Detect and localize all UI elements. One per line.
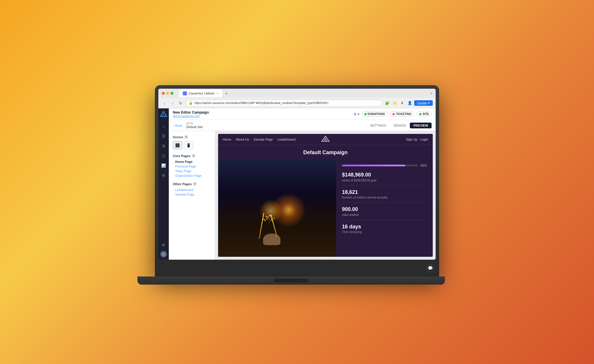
address-bar-row: ‹ › ↻ 🔒 https://admin.causevox.com/a/sit… bbox=[158, 98, 436, 108]
progress-bar-fill bbox=[342, 165, 405, 166]
ticketing-status-badge[interactable]: TICKETING bbox=[390, 111, 414, 117]
sidebar-settings-icon[interactable]: ⚙ bbox=[159, 171, 168, 180]
device-label: Device bbox=[173, 135, 183, 139]
forward-navigation-button[interactable]: › bbox=[169, 100, 176, 106]
site-status-dot bbox=[419, 113, 421, 115]
nav-leaderboard[interactable]: Leaderboard bbox=[173, 188, 211, 192]
settings-chevron-icon: ▾ bbox=[358, 112, 359, 116]
tab-preview[interactable]: PREVIEW bbox=[410, 123, 432, 128]
fullscreen-window-btn[interactable] bbox=[171, 92, 173, 95]
other-pages-title: Other Pages ? bbox=[173, 182, 211, 186]
preview-campaign-title: Default Campaign bbox=[218, 145, 433, 159]
svg-marker-1 bbox=[162, 112, 166, 116]
children-served-value: 18,621 bbox=[342, 189, 427, 196]
browser-actions: 🧩 ⭐ ⬇ 👤 Update ▾ bbox=[384, 100, 433, 106]
new-tab-button[interactable]: + bbox=[223, 90, 230, 97]
page-nav: Device ? ⬛ 📱 bbox=[169, 131, 215, 260]
progress-bar-background bbox=[342, 165, 418, 166]
back-arrow-icon: ‹ bbox=[173, 124, 174, 127]
campaign-url[interactable]: demo.causevox.com bbox=[173, 114, 209, 118]
sparkler-hand bbox=[263, 234, 280, 245]
breadcrumb-page: Default Site bbox=[186, 125, 203, 129]
nav-organization-page[interactable]: Organization Page bbox=[173, 173, 211, 178]
site-label: SITE bbox=[423, 112, 429, 116]
browser-tab-active[interactable]: CauseVox | Admin ✕ bbox=[179, 90, 222, 97]
nav-personal-page[interactable]: Personal Page bbox=[173, 164, 211, 169]
address-bar[interactable]: 🔒 https://admin.causevox.com/a/sites/ZMb… bbox=[186, 100, 382, 107]
stat-children-served: 18,621 Number of children served annuall… bbox=[342, 189, 427, 199]
user-avatar[interactable]: U bbox=[160, 251, 167, 257]
desktop-icon: ⬛ bbox=[175, 143, 180, 148]
device-section-title: Device ? bbox=[173, 135, 211, 139]
preview-stats-area: 83% $148,969.00 raised of $180,000.00 go… bbox=[336, 159, 433, 257]
device-section: Device ? ⬛ 📱 bbox=[173, 135, 211, 149]
preview-nav-signup[interactable]: Sign Up bbox=[406, 138, 417, 141]
bookmark-icon[interactable]: ⭐ bbox=[392, 100, 398, 106]
donations-status-badge[interactable]: DONATIONS bbox=[362, 111, 387, 117]
update-label: Update bbox=[417, 101, 427, 105]
preview-nav-leaderboard[interactable]: Leaderboard bbox=[278, 138, 296, 141]
preview-nav-sample[interactable]: Sample Page bbox=[254, 138, 273, 141]
amount-raised-value: $148,969.00 bbox=[342, 172, 427, 178]
sidebar-modules-icon[interactable]: ⊞ bbox=[159, 141, 168, 150]
traffic-lights bbox=[162, 92, 173, 95]
stat-amount-raised: $148,969.00 raised of $180,000.00 goal bbox=[342, 172, 427, 182]
sidebar-layers-icon[interactable]: ◫ bbox=[159, 151, 168, 160]
update-button[interactable]: Update ▾ bbox=[414, 100, 433, 106]
tabs-dropdown-icon[interactable]: ▾ bbox=[430, 91, 432, 95]
tab-close-icon[interactable]: ✕ bbox=[216, 92, 219, 95]
progress-percentage: 83% bbox=[421, 164, 427, 167]
core-pages-help-icon[interactable]: ? bbox=[192, 154, 195, 158]
preview-nav-home[interactable]: Home bbox=[223, 138, 231, 141]
nav-team-page[interactable]: Team Page bbox=[173, 169, 211, 173]
preview-nav-about[interactable]: About Us bbox=[236, 138, 249, 141]
device-buttons: ⬛ 📱 bbox=[173, 141, 211, 149]
desktop-device-button[interactable]: ⬛ bbox=[173, 141, 182, 149]
nav-sample-page[interactable]: Sample Page bbox=[173, 192, 211, 197]
nav-home-page[interactable]: Home Page bbox=[173, 159, 211, 164]
close-window-btn[interactable] bbox=[162, 92, 165, 95]
stat-divider-1 bbox=[342, 185, 427, 186]
preview-area: Home About Us Sample Page Leaderboard bbox=[215, 131, 436, 260]
tab-design[interactable]: DESIGN bbox=[390, 123, 409, 128]
sidebar-analytics-icon[interactable]: 📊 bbox=[159, 161, 168, 170]
url-display: https://admin.causevox.com/a/sites/ZMbr1… bbox=[195, 101, 329, 105]
view-tab-group: SETTINGS DESIGN PREVIEW bbox=[367, 123, 432, 128]
back-button[interactable]: ‹ Back bbox=[173, 124, 182, 127]
preview-nav-logo bbox=[321, 136, 330, 143]
breadcrumb-section: SITE bbox=[186, 122, 203, 125]
profile-icon[interactable]: 👤 bbox=[407, 100, 413, 106]
sidebar-pages-icon[interactable]: ☰ bbox=[159, 132, 168, 140]
mobile-device-button[interactable]: 📱 bbox=[184, 141, 193, 149]
download-icon[interactable]: ⬇ bbox=[399, 100, 405, 106]
campaign-info: New Editor Campaign demo.causevox.com bbox=[173, 110, 209, 118]
core-pages-section: Core Pages ? Home Page Personal Page Tea… bbox=[173, 154, 211, 178]
core-pages-label: Core Pages bbox=[173, 154, 191, 158]
secure-icon: 🔒 bbox=[189, 101, 193, 105]
ticketing-label: TICKETING bbox=[396, 112, 412, 116]
tab-settings[interactable]: SETTINGS bbox=[367, 123, 390, 128]
refresh-button[interactable]: ↻ bbox=[178, 100, 184, 106]
header-actions: ⚙ ▾ DONATIONS TICKETING bbox=[354, 111, 432, 117]
site-status-badge[interactable]: SITE bbox=[416, 111, 432, 117]
children-served-label: Number of children served annually bbox=[342, 196, 427, 199]
stat-divider-3 bbox=[342, 220, 427, 220]
stat-miles-walked: 900.00 miles walked bbox=[342, 206, 427, 216]
back-navigation-button[interactable]: ‹ bbox=[161, 100, 168, 106]
device-help-icon[interactable]: ? bbox=[184, 135, 188, 139]
miles-walked-value: 900.00 bbox=[342, 206, 427, 213]
sidebar-home-icon[interactable]: ⌂ bbox=[159, 122, 168, 130]
preview-nav-login[interactable]: Login bbox=[420, 138, 428, 141]
extensions-icon[interactable]: 🧩 bbox=[384, 100, 390, 106]
campaign-settings-button[interactable]: ⚙ ▾ bbox=[354, 112, 359, 116]
minimize-window-btn[interactable] bbox=[166, 92, 169, 95]
tab-bar: CauseVox | Admin ✕ + ▾ bbox=[179, 90, 432, 97]
sidebar-help-icon[interactable]: ⚙ bbox=[159, 241, 168, 249]
ticketing-status-dot bbox=[392, 113, 395, 115]
other-pages-help-icon[interactable]: ? bbox=[193, 182, 197, 186]
sidebar-bottom: ⚙ U bbox=[159, 241, 168, 257]
preview-hero-image bbox=[218, 159, 336, 257]
laptop-notch bbox=[274, 279, 309, 282]
update-chevron-icon: ▾ bbox=[428, 101, 430, 105]
sidebar-logo bbox=[160, 111, 167, 118]
